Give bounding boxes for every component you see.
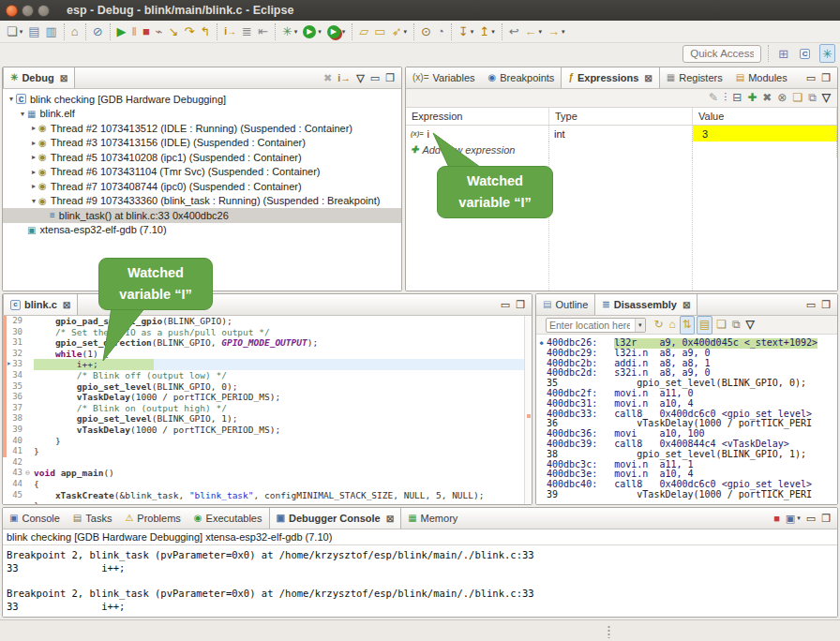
maximize-button[interactable]: ❒	[514, 295, 527, 314]
remove-expression-button[interactable]: ✖	[760, 89, 773, 108]
debug-button[interactable]: ✳▾	[280, 22, 299, 41]
new-wizard-button[interactable]: ❏▾	[5, 22, 24, 41]
tree-open-arrow-icon[interactable]: ▾	[29, 197, 38, 205]
minimize-button[interactable]	[22, 5, 34, 17]
back-button[interactable]: ←▾	[523, 22, 545, 41]
tab-registers[interactable]: ▦Registers	[660, 67, 729, 88]
cpp-perspective-button[interactable]: C	[798, 44, 812, 63]
close-tab-icon[interactable]: ⊠	[682, 300, 690, 310]
forward-button[interactable]: →▾	[546, 22, 567, 41]
debug-tree-item[interactable]: ▾◉Thread #9 1073433360 (blink_task : Run…	[3, 194, 401, 209]
terminate-button[interactable]: ■	[141, 22, 152, 41]
tab-problems[interactable]: ⚠Problems	[118, 508, 187, 529]
tab-breakpoints[interactable]: ◉Breakpoints	[482, 67, 562, 88]
minimize-button[interactable]: ▭	[368, 68, 382, 87]
tab-modules[interactable]: ▤Modules	[729, 67, 794, 88]
expression-row[interactable]: (x)=i int 3	[406, 126, 837, 142]
skip-breakpoints-button[interactable]: ⊘	[91, 22, 105, 41]
maximize-button[interactable]: ❒	[819, 509, 832, 528]
instruction-pointer-icon[interactable]: ➤	[7, 359, 11, 370]
debug-perspective-button[interactable]: ✳	[819, 44, 835, 63]
expressions-table-header[interactable]: Expression Type Value	[406, 108, 837, 126]
flash-button[interactable]: ➶▾	[390, 22, 409, 41]
save-all-button[interactable]: ▥	[43, 22, 58, 41]
force-return-button[interactable]: ⇤	[256, 22, 270, 41]
open-project-button[interactable]: ▱	[357, 22, 370, 41]
show-logical-structure-button[interactable]: ⫶	[722, 89, 728, 108]
step-into-button[interactable]: ↘	[167, 22, 181, 41]
maximize-button[interactable]: ❒	[819, 68, 832, 87]
sash-handle[interactable]	[608, 625, 610, 638]
debug-tree-item[interactable]: ▸◉Thread #6 1073431104 (Tmr Svc) (Suspen…	[3, 165, 401, 180]
tree-closed-arrow-icon[interactable]: ▸	[29, 124, 38, 132]
tree-closed-arrow-icon[interactable]: ▸	[29, 168, 38, 176]
tab-debug[interactable]: ✳Debug⊠	[3, 67, 75, 88]
close-tab-icon[interactable]: ⊠	[63, 300, 70, 310]
debug-tree-item[interactable]: ▾▦blink.elf	[3, 107, 401, 122]
tab-debugger-console[interactable]: ▣Debugger Console⊠	[269, 508, 402, 529]
run-button[interactable]: ▶▾	[301, 22, 323, 41]
console-output[interactable]: Breakpoint 2, blink_task (pvParameter=0x…	[3, 545, 837, 617]
resume-button[interactable]: ▶	[115, 22, 128, 41]
column-value[interactable]: Value	[693, 108, 837, 125]
minimize-button[interactable]: ▭	[804, 295, 818, 314]
debug-tree-item[interactable]: ≡blink_task() at blink.c:33 0x400dbc26	[3, 208, 401, 223]
disassembly-listing[interactable]: ◆400dbc26: l32r a9, 0x400d045c <_stext+1…	[536, 335, 837, 504]
sync-active-context-button[interactable]: ⇅	[680, 316, 695, 335]
disconnect-button[interactable]: ⌁	[154, 22, 165, 41]
debug-tree-item[interactable]: ▾cblink checking [GDB Hardware Debugging…	[3, 92, 401, 107]
save-button[interactable]: ▤	[26, 22, 41, 41]
titlebar[interactable]: esp - Debug - blink/main/blink.c - Eclip…	[0, 0, 840, 21]
tree-closed-arrow-icon[interactable]: ▸	[29, 153, 38, 161]
maximize-button[interactable]: ❒	[819, 295, 832, 314]
remove-all-terminated-button[interactable]: ✖	[322, 68, 334, 87]
close-tab-icon[interactable]: ⊠	[386, 514, 394, 524]
view-menu-button[interactable]: ▽	[820, 89, 832, 108]
detail-pane-button[interactable]: ❏	[790, 89, 804, 108]
build-button[interactable]: ⌂	[69, 22, 81, 41]
refresh-button[interactable]: ↻	[652, 316, 666, 335]
display-console-button[interactable]: ▣▾	[784, 509, 802, 528]
minimize-button[interactable]: ▭	[804, 68, 818, 87]
debug-tree-item[interactable]: ▣xtensa-esp32-elf-gdb (7.10)	[3, 223, 401, 238]
last-edit-location-button[interactable]: ↩	[507, 22, 521, 41]
location-input[interactable]	[547, 320, 633, 331]
chevron-down-icon[interactable]: ▾	[635, 319, 645, 332]
fold-collapse-icon[interactable]: ⊖	[25, 468, 34, 479]
tree-closed-arrow-icon[interactable]: ▸	[29, 139, 38, 147]
open-perspective-button[interactable]: ⊞	[776, 44, 790, 63]
instruction-stepping-button[interactable]: i→	[222, 22, 238, 41]
home-button[interactable]: ⌂	[668, 316, 678, 335]
tree-open-arrow-icon[interactable]: ▾	[18, 110, 27, 118]
pin-view-button[interactable]: ⧉	[806, 89, 818, 108]
view-menu-button[interactable]: ▽	[354, 68, 366, 87]
close-button[interactable]	[6, 5, 18, 17]
close-tab-icon[interactable]: ⊠	[644, 73, 652, 83]
show-type-names-button[interactable]: ✎	[707, 89, 720, 108]
overview-ruler[interactable]	[524, 316, 532, 504]
maximize-button[interactable]	[38, 5, 50, 17]
tab-blink-c[interactable]: cblink.c⊠	[3, 294, 78, 315]
instruction-stepping-button[interactable]: i→	[336, 68, 352, 87]
column-expression[interactable]: Expression	[406, 108, 549, 125]
tab-console[interactable]: ▣Console	[3, 508, 67, 529]
prev-annotation-button[interactable]: ↥▾	[477, 22, 496, 41]
pin-view-button[interactable]: ⧉	[730, 316, 742, 335]
quick-access-input[interactable]	[682, 45, 761, 63]
debug-tree-item[interactable]: ▸◉Thread #7 1073408744 (ipc0) (Suspended…	[3, 179, 401, 194]
tab-disassembly[interactable]: ≣Disassembly⊠	[594, 294, 698, 315]
search-button[interactable]: ⊙	[419, 22, 433, 41]
tab-variables[interactable]: (x)=Variables	[406, 67, 482, 88]
tab-memory[interactable]: ▦Memory	[401, 508, 464, 529]
show-source-button[interactable]: ▤	[697, 316, 712, 335]
column-type[interactable]: Type	[549, 108, 693, 125]
debug-tree-item[interactable]: ▸◉Thread #2 1073413512 (IDLE : Running) …	[3, 121, 401, 136]
maximize-button[interactable]: ❒	[383, 68, 397, 87]
minimize-button[interactable]: ▭	[499, 295, 512, 314]
external-tools-button[interactable]: ▶▾	[325, 22, 348, 41]
location-combo[interactable]: ▾	[546, 318, 646, 333]
terminate-button[interactable]: ■	[772, 509, 782, 528]
next-annotation-button[interactable]: ↧▾	[457, 22, 475, 41]
minimize-button[interactable]: ▭	[804, 509, 818, 528]
step-over-button[interactable]: ↷	[183, 22, 197, 41]
